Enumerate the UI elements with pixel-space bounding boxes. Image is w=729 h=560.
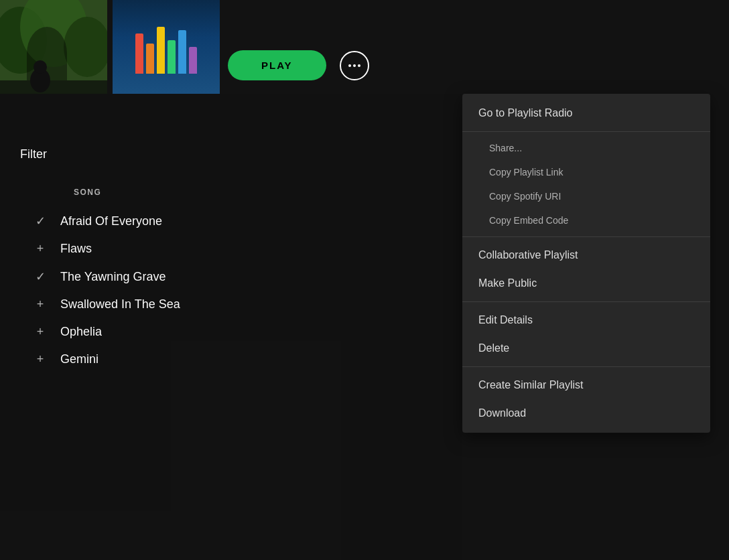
menu-item-edit-details[interactable]: Edit Details (462, 306, 710, 334)
checkmark-icon: ✓ (20, 214, 60, 228)
dot-2 (353, 64, 356, 67)
song-column-header: SONG (20, 188, 442, 207)
plus-icon: + (20, 242, 60, 256)
color-bar (178, 30, 186, 74)
plus-icon: + (20, 297, 60, 311)
song-title: Flaws (60, 242, 92, 256)
checkmark-icon: ✓ (20, 269, 60, 284)
menu-item-create-similar-playlist[interactable]: Create Similar Playlist (462, 371, 710, 399)
menu-item-share[interactable]: Share... (462, 136, 710, 160)
song-title: Swallowed In The Sea (60, 297, 180, 311)
play-button[interactable]: PLAY (228, 50, 326, 80)
menu-divider (462, 366, 710, 367)
menu-divider (462, 301, 710, 302)
song-title: Afraid Of Everyone (60, 214, 162, 228)
menu-item-go-to-playlist-radio[interactable]: Go to Playlist Radio (462, 99, 710, 127)
filter-area: Filter (0, 147, 47, 161)
song-list: SONG ✓Afraid Of Everyone+Flaws✓The Yawni… (0, 188, 442, 373)
song-item[interactable]: ✓The Yawning Grave (20, 263, 442, 291)
dot-3 (358, 64, 360, 67)
svg-rect-6 (0, 80, 107, 94)
plus-icon: + (20, 352, 60, 366)
menu-item-download[interactable]: Download (462, 399, 710, 427)
dot-1 (348, 64, 351, 67)
color-bar (135, 33, 143, 74)
header-controls: PLAY (228, 50, 369, 80)
menu-item-delete[interactable]: Delete (462, 334, 710, 362)
context-menu: Go to Playlist RadioShare...Copy Playlis… (462, 94, 710, 433)
album-art-left (0, 0, 107, 94)
color-bar (157, 27, 165, 74)
color-bar (168, 40, 176, 74)
filter-label: Filter (20, 147, 47, 161)
color-bar (146, 44, 154, 74)
song-item[interactable]: +Flaws (20, 235, 442, 263)
song-item[interactable]: +Ophelia (20, 318, 442, 346)
color-bar (189, 47, 197, 74)
menu-item-collaborative-playlist[interactable]: Collaborative Playlist (462, 241, 710, 269)
song-title: Ophelia (60, 325, 102, 339)
menu-divider (462, 236, 710, 237)
plus-icon: + (20, 325, 60, 339)
song-item[interactable]: +Swallowed In The Sea (20, 291, 442, 318)
album-art-right (113, 0, 220, 94)
menu-item-copy-playlist-link[interactable]: Copy Playlist Link (462, 160, 710, 184)
menu-divider (462, 131, 710, 132)
song-title: The Yawning Grave (60, 270, 165, 284)
svg-point-5 (34, 60, 47, 74)
menu-item-copy-embed-code[interactable]: Copy Embed Code (462, 208, 710, 232)
menu-item-make-public[interactable]: Make Public (462, 269, 710, 297)
color-bars (135, 20, 197, 74)
song-item[interactable]: ✓Afraid Of Everyone (20, 207, 442, 235)
more-options-button[interactable] (340, 51, 369, 80)
song-item[interactable]: +Gemini (20, 346, 442, 373)
menu-item-copy-spotify-uri[interactable]: Copy Spotify URI (462, 184, 710, 208)
song-title: Gemini (60, 352, 98, 366)
